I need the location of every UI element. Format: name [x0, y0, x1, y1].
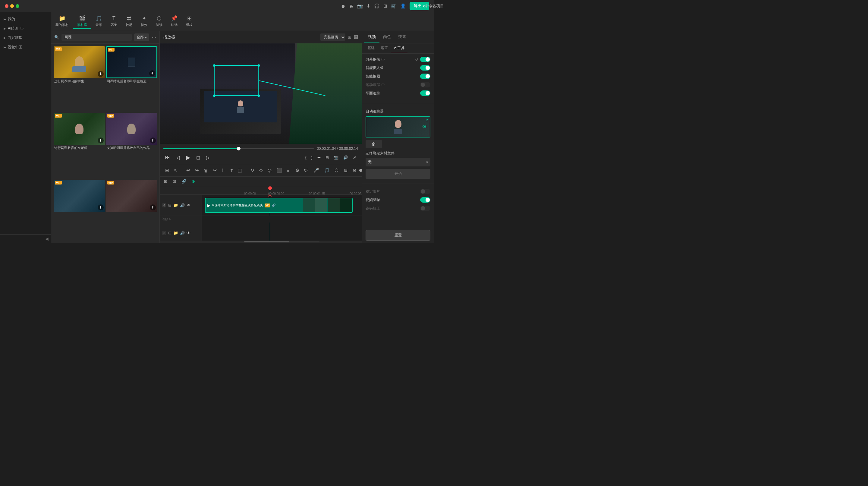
rotate-button[interactable]: ↻ — [249, 166, 256, 174]
media-item-1[interactable]: VIP ⬇ 进行网课学习的学生 — [54, 46, 105, 112]
track-folder-icon-3[interactable]: 📁 — [173, 231, 178, 235]
toggle-denoise[interactable] — [420, 197, 430, 203]
toolbar-sticker[interactable]: 📌 贴纸 — [167, 14, 182, 29]
group-button[interactable]: ⊛ — [190, 178, 197, 185]
reset-button[interactable]: 重置 — [366, 230, 430, 241]
grid-icon[interactable]: ⊞ — [383, 3, 387, 9]
toolbar-my-assets[interactable]: 📁 我的素材 — [51, 14, 73, 29]
toolbar-template[interactable]: ⊞ 模板 — [182, 14, 197, 29]
subtab-ai-tools[interactable]: AI工具 — [391, 43, 407, 53]
circle-button[interactable]: ◎ — [266, 166, 273, 174]
media-item-3[interactable]: VIP ⬇ 进行网课教育的女老师 — [54, 113, 105, 178]
speed-button[interactable]: ⚙ — [293, 166, 301, 174]
download-icon[interactable]: ⬇ — [149, 70, 155, 76]
sidebar-item-mine[interactable]: ▶ 我的 — [0, 14, 51, 24]
select-button[interactable]: ↖ — [172, 166, 180, 174]
green-screen-info-icon[interactable]: ⓘ — [381, 57, 384, 62]
toggle-smart-cutout[interactable] — [420, 73, 430, 79]
screen-icon[interactable]: 🖥 — [349, 4, 353, 9]
track-visible-icon[interactable]: 👁 — [187, 203, 190, 207]
undo-button[interactable]: ↩ — [184, 166, 192, 174]
erase-button[interactable]: ◇ — [257, 166, 265, 174]
close-btn[interactable] — [5, 4, 8, 8]
link-button[interactable]: 🔗 — [180, 178, 188, 185]
subtab-basic[interactable]: 基础 — [364, 43, 378, 53]
snapshot-button[interactable]: 📷 — [332, 155, 340, 160]
track-folder-icon[interactable]: 📁 — [173, 203, 178, 207]
toolbar-filter[interactable]: ⬡ 滤镜 — [152, 14, 167, 29]
video-clip-4[interactable]: ▶ 网课结束后老师和学生相互说再见镜头 VIP 🔗 — [205, 198, 352, 213]
download-icon[interactable]: ⬇ — [98, 204, 104, 210]
headset-icon[interactable]: 🎧 — [374, 3, 380, 9]
camera-icon[interactable]: 📷 — [357, 3, 363, 9]
tab-video[interactable]: 视频 — [364, 31, 379, 43]
scrollbar-track[interactable] — [244, 241, 319, 242]
download-icon[interactable]: ⬇ — [367, 3, 370, 9]
mic-button[interactable]: 🎤 — [312, 166, 321, 174]
cart-icon[interactable]: 🛒 — [391, 3, 397, 9]
media-item-2[interactable]: VIP ⬇ 网课结束后老师和学生相互... — [106, 46, 157, 112]
stop-button[interactable]: ◻ — [194, 154, 202, 161]
tracker-delete-button[interactable]: 🗑 — [366, 140, 382, 148]
more-options-icon[interactable]: ⋯ — [152, 34, 156, 40]
split-view-button[interactable]: ⊞ — [163, 166, 171, 174]
pip-button[interactable]: 🖥 — [341, 167, 350, 174]
toolbar-audio[interactable]: 🎵 音频 — [91, 14, 106, 29]
subtab-mask[interactable]: 遮罩 — [378, 43, 391, 53]
toolbar-effects[interactable]: ✦ 特效 — [136, 14, 152, 29]
mark-in-button[interactable]: { — [303, 155, 308, 160]
add-track-button[interactable]: ⊞ — [162, 178, 169, 185]
music-button[interactable]: 🎵 — [322, 166, 332, 174]
audio-button[interactable]: 🔊 — [341, 155, 350, 160]
search-input[interactable] — [61, 34, 132, 41]
track-add-icon[interactable]: ⊞ — [168, 203, 172, 207]
media-item-4[interactable]: VIP ⬇ 女孩听网课并修改自己的作品 — [106, 113, 157, 178]
cut-button[interactable]: ✂ — [211, 166, 219, 174]
track-visible-icon-3[interactable]: 👁 — [187, 231, 190, 235]
sidebar-item-visual-china[interactable]: ▶ 视觉中国 — [0, 42, 51, 52]
ai-btn[interactable]: ⬡ — [333, 166, 340, 174]
next-frame-button[interactable]: ▷ — [204, 154, 212, 161]
maximize-btn[interactable] — [16, 4, 19, 8]
toolbar-text[interactable]: T 文字 — [106, 14, 121, 28]
crop-button[interactable]: ⬚ — [236, 166, 244, 174]
toggle-plane-tracking[interactable] — [420, 90, 430, 96]
toggle-smart-portrait[interactable] — [420, 65, 430, 70]
minus-button[interactable]: ⊖ — [351, 166, 358, 174]
collapse-panel[interactable]: ◀ — [0, 234, 51, 243]
shield-button[interactable]: 🛡 — [302, 167, 310, 174]
user-icon[interactable]: 👤 — [400, 3, 406, 9]
toolbar-transition[interactable]: ⇄ 转场 — [121, 14, 136, 29]
reset-icon[interactable]: ↺ — [415, 57, 418, 62]
frame-button[interactable]: ⬛ — [275, 166, 284, 174]
trim-button[interactable]: ⊢ — [220, 166, 227, 174]
insert-button[interactable]: ↦ — [315, 155, 322, 160]
download-icon[interactable]: ⬇ — [98, 138, 104, 144]
media-item-6[interactable]: VIP ⬇ — [106, 180, 157, 241]
delete-button[interactable]: 🗑 — [202, 167, 210, 174]
text-button[interactable]: T — [229, 167, 235, 174]
toggle-green-screen[interactable] — [420, 57, 430, 62]
track-audio-icon[interactable]: 🔊 — [180, 203, 185, 207]
more-tools-button[interactable]: » — [285, 167, 291, 174]
mark-out-button[interactable]: } — [310, 155, 314, 160]
quality-select[interactable]: 完整画质 — [320, 33, 345, 41]
track-audio-icon-3[interactable]: 🔊 — [180, 231, 185, 235]
record-icon[interactable]: ⏺ — [341, 4, 345, 9]
download-icon[interactable]: ⬇ — [98, 71, 104, 77]
search-filter[interactable]: 全部 ▾ — [134, 33, 149, 41]
toggle-stabilize[interactable] — [420, 189, 430, 194]
file-select-dropdown[interactable]: 无 ▾ — [366, 158, 430, 166]
tab-speed[interactable]: 变速 — [395, 31, 410, 43]
minimize-btn[interactable] — [10, 4, 14, 8]
progress-track[interactable] — [163, 148, 314, 149]
magnet-button[interactable]: ⊡ — [171, 178, 178, 185]
rewind-button[interactable]: ⏮ — [163, 154, 172, 161]
tab-color[interactable]: 颜色 — [379, 31, 395, 43]
layout-icon[interactable]: ⊞ — [348, 35, 351, 39]
prev-frame-button[interactable]: ◁ — [174, 154, 181, 161]
sidebar-item-ai-painting[interactable]: ▶ AI绘画 ⓘ — [0, 24, 51, 33]
toggle-lens-correct[interactable] — [420, 206, 430, 211]
tracker-eye-button[interactable]: 👁 — [423, 124, 427, 130]
media-item-5[interactable]: VIP ⬇ — [54, 180, 105, 241]
